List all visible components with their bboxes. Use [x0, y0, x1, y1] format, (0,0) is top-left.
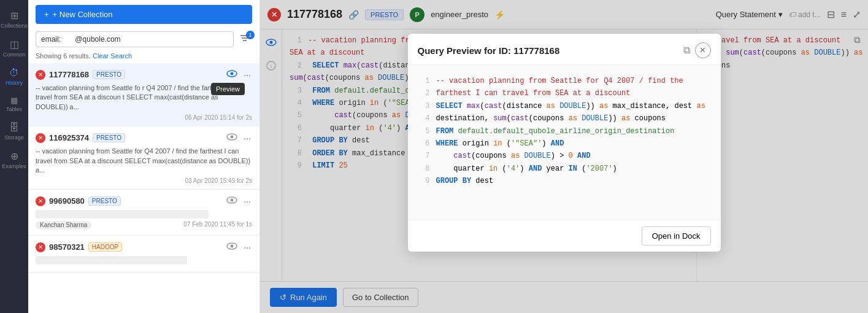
svg-point-8	[231, 199, 234, 202]
preview-button[interactable]	[225, 68, 239, 81]
modal-body: 1-- vacation planning from Seattle for Q…	[408, 65, 721, 220]
query-item-header: ✕ 99690580 PRESTO ···	[36, 195, 252, 207]
error-status-icon: ✕	[36, 70, 45, 80]
modal-copy-button[interactable]: ⧉	[683, 45, 690, 56]
sidebar-item-collections[interactable]: ⊞ Collections	[0, 5, 28, 34]
query-actions: ···	[225, 195, 252, 207]
search-row: 1	[28, 29, 259, 50]
clear-search-link[interactable]: Clear Search	[93, 52, 132, 60]
sidebar-item-history[interactable]: ⏱ History	[0, 63, 28, 91]
eye-icon	[226, 133, 237, 141]
preview-button[interactable]	[225, 241, 239, 253]
tables-icon: ▦	[10, 96, 18, 105]
query-item: ✕ 99690580 PRESTO ··· Kanchan Sharma 07 …	[28, 190, 259, 236]
svg-point-4	[231, 72, 234, 75]
search-input[interactable]	[36, 31, 234, 47]
engine-badge: PRESTO	[93, 70, 125, 79]
eye-icon	[226, 196, 237, 204]
more-options-button[interactable]: ···	[242, 69, 252, 81]
engine-badge: PRESTO	[88, 196, 121, 206]
error-status-icon: ✕	[36, 242, 45, 252]
query-item-header: ✕ 98570321 HADOOP ···	[36, 241, 252, 253]
modal-close-button[interactable]: ×	[695, 42, 711, 58]
query-actions: ···	[225, 131, 252, 144]
modal-header: Query Preview for ID: 117778168 ⧉ ×	[408, 34, 721, 65]
history-icon: ⏱	[9, 68, 19, 79]
sidebar-item-common[interactable]: ◫ Common	[0, 34, 28, 63]
error-status-icon: ✕	[36, 196, 45, 206]
query-text-placeholder	[36, 256, 187, 265]
query-meta: Kanchan Sharma 07 Feb 2020 11:45 for 1s	[36, 221, 252, 230]
storage-icon: 🗄	[9, 122, 19, 133]
modal-title: Query Preview for ID: 117778168	[418, 45, 560, 56]
eye-icon	[226, 69, 237, 78]
query-item-header: ✕ 117778168 PRESTO ···	[36, 68, 252, 81]
query-item: ✕ 117778168 PRESTO ··· -- vacation plann…	[28, 63, 259, 126]
query-text: -- vacation planning from Seattle for Q4…	[36, 147, 252, 175]
new-collection-label: + New Collection	[53, 10, 113, 19]
query-list: ✕ 117778168 PRESTO ··· -- vacation plann…	[28, 63, 259, 313]
query-preview-modal: Query Preview for ID: 117778168 ⧉ × 1-- …	[408, 34, 721, 252]
user-chip: Kanchan Sharma	[36, 221, 91, 229]
query-meta: 06 Apr 2020 15:14 for 2s	[36, 114, 252, 121]
query-meta: 03 Apr 2020 15:49 for 2s	[36, 177, 252, 184]
preview-button[interactable]	[225, 131, 239, 144]
more-options-button[interactable]: ···	[242, 195, 252, 207]
modal-overlay: Query Preview for ID: 117778168 ⧉ × 1-- …	[260, 0, 868, 313]
more-options-button[interactable]: ···	[242, 132, 252, 144]
svg-point-6	[231, 136, 234, 139]
collections-icon: ⊞	[10, 10, 18, 21]
sidebar-item-label: Collections	[1, 23, 28, 29]
preview-button[interactable]	[225, 195, 239, 207]
engine-badge: PRESTO	[93, 133, 125, 142]
sidebar-item-examples[interactable]: ⊕ Examples	[0, 145, 28, 174]
query-actions: ···	[225, 241, 252, 253]
sidebar-item-label: Storage	[4, 134, 24, 141]
svg-point-10	[231, 245, 234, 248]
query-item-header: ✕ 116925374 PRESTO ···	[36, 131, 252, 144]
examples-icon: ⊕	[10, 150, 18, 162]
filter-badge-container: 1	[237, 32, 252, 47]
sidebar-item-label: Common	[3, 52, 26, 58]
modal-code: 1-- vacation planning from Seattle for Q…	[408, 70, 721, 220]
more-options-button[interactable]: ···	[242, 241, 252, 253]
eye-icon	[226, 242, 237, 250]
filter-count-badge: 1	[246, 31, 255, 39]
query-id: 117778168	[49, 70, 89, 79]
query-item: ✕ 116925374 PRESTO ··· -- vacation plann…	[28, 126, 259, 190]
new-collection-button[interactable]: + + New Collection	[36, 5, 252, 24]
preview-tooltip: Preview	[211, 83, 245, 95]
sidebar-item-storage[interactable]: 🗄 Storage	[0, 117, 28, 145]
common-icon: ◫	[10, 39, 19, 50]
results-info: Showing 6 results. Clear Search	[28, 50, 259, 63]
query-item: ✕ 98570321 HADOOP ···	[28, 236, 259, 272]
engine-badge: HADOOP	[88, 242, 122, 252]
query-id: 98570321	[49, 242, 85, 252]
plus-icon: +	[44, 10, 49, 19]
query-text-placeholder	[36, 210, 209, 218]
sidebar: ⊞ Collections ◫ Common ⏱ History ▦ Table…	[0, 0, 28, 313]
query-actions: ···	[225, 68, 252, 81]
query-id: 99690580	[49, 196, 85, 206]
sidebar-item-label: Tables	[6, 106, 22, 112]
open-in-dock-button[interactable]: Open in Dock	[642, 226, 711, 245]
query-id: 116925374	[49, 133, 89, 142]
sidebar-item-label: History	[6, 80, 23, 86]
left-panel: + + New Collection 1 Showing 6 results. …	[28, 0, 260, 313]
sidebar-item-tables[interactable]: ▦ Tables	[0, 91, 28, 117]
error-status-icon: ✕	[36, 133, 45, 143]
modal-footer: Open in Dock	[408, 220, 721, 252]
main-area: ✕ 117778168 🔗 PRESTO P engineer_presto ⚡…	[260, 0, 868, 313]
sidebar-item-label: Examples	[2, 163, 26, 169]
